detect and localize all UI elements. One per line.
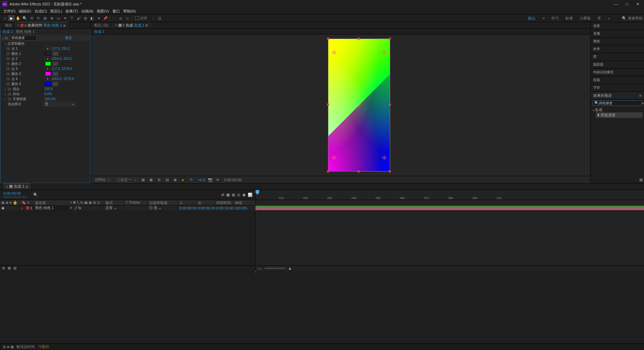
effect-item[interactable]: ▮ 四色渐变 <box>596 112 643 118</box>
zoom-slider[interactable] <box>265 268 285 269</box>
color-mgmt-icon[interactable]: ● <box>182 178 187 182</box>
eraser-tool-icon[interactable]: ◧ <box>89 15 95 21</box>
playhead[interactable] <box>256 190 260 200</box>
zoom-tool-icon[interactable]: 🔍 <box>21 15 28 21</box>
panel-menu-icon[interactable]: ≡ <box>639 93 641 98</box>
effect-point-1[interactable] <box>332 51 336 54</box>
stopwatch-icon[interactable]: ◷ <box>6 82 10 86</box>
menu-composition[interactable]: 合成(C) <box>33 9 48 14</box>
resize-handle[interactable] <box>327 104 329 106</box>
av-toggles[interactable]: ◉ <box>0 205 20 210</box>
resize-handle[interactable] <box>358 170 360 172</box>
brush-tool-icon[interactable]: 🖌 <box>75 15 82 21</box>
panel-menu-icon[interactable]: ≡ <box>63 24 65 28</box>
home-icon[interactable]: ⌂ <box>1 15 8 21</box>
channel-icon[interactable]: ◉ <box>174 178 179 182</box>
panel-effects-presets[interactable]: 效果和预设≡ <box>591 92 644 100</box>
layer-trkmat[interactable] <box>124 208 148 208</box>
motion-blur-icon[interactable]: ◉ <box>242 193 246 197</box>
panel-preview[interactable]: 预览 <box>591 38 644 45</box>
timeline-tab[interactable]: × 合成 1 ≡ <box>3 183 31 190</box>
zoom-out-icon[interactable]: — <box>258 266 261 270</box>
effect-name-field[interactable]: 四色渐变 <box>10 35 37 41</box>
layer-stretch[interactable]: 100.0% <box>233 206 252 210</box>
panel-library[interactable]: 库 <box>591 53 644 61</box>
effects-search[interactable]: 🔍 × <box>593 100 642 106</box>
resize-handle[interactable] <box>389 104 391 106</box>
rect-tool-icon[interactable]: ▭ <box>55 15 62 21</box>
effects-search-input[interactable] <box>599 101 642 105</box>
toggle-switches-icon[interactable]: ⊜ <box>2 266 5 270</box>
toggle-in-out-icon[interactable]: ⊟ <box>13 266 16 270</box>
panel-content-aware[interactable]: 内容识别填充 <box>591 69 644 76</box>
timeline-search[interactable]: 🔍 <box>33 193 38 197</box>
new-bin-icon[interactable]: ▥ <box>591 176 644 183</box>
stopwatch-icon[interactable]: ◷ <box>6 77 10 81</box>
layer-parent[interactable]: ◎ 无 ⌄ <box>148 205 178 211</box>
menu-file[interactable]: 文件(F) <box>2 9 17 14</box>
exposure-value[interactable]: +0.0 <box>198 178 205 182</box>
camera-tool-icon[interactable]: ⊞ <box>42 15 48 21</box>
current-time[interactable]: 0:00:00:00 <box>224 178 241 182</box>
workspace-learn[interactable]: 学习 <box>551 16 559 21</box>
layer-bar[interactable] <box>256 205 644 210</box>
fx-badge-icon[interactable]: fx <box>5 36 10 40</box>
puppet-tool-icon[interactable]: 📌 <box>102 15 109 21</box>
zoom-in-icon[interactable]: ▲ <box>288 266 292 270</box>
menu-animation[interactable]: 动画(A) <box>80 9 95 14</box>
reset-link[interactable]: 重置 <box>65 36 72 40</box>
tab-composition-viewer[interactable]: × 6 合成 合成 1 ≡ <box>112 22 151 28</box>
layer-mode[interactable]: 正常 ⌄ <box>104 205 124 211</box>
anchor-tool-icon[interactable]: ⊕ <box>48 15 55 21</box>
workspace-default[interactable]: 默认 <box>528 16 536 21</box>
close-icon[interactable]: × <box>115 23 117 27</box>
close-button[interactable]: ✕ <box>635 2 640 6</box>
stopwatch-icon[interactable]: ◷ <box>6 72 10 76</box>
composition-viewer[interactable] <box>91 35 590 176</box>
guides-icon[interactable]: ▤ <box>166 178 171 182</box>
zoom-dropdown[interactable]: (20%)⌄ <box>93 177 112 182</box>
stopwatch-icon[interactable]: ◷ <box>8 92 12 96</box>
roto-tool-icon[interactable]: ✦ <box>95 15 102 21</box>
mask-mode-icon[interactable]: ▢ <box>110 15 117 21</box>
snapshot-icon[interactable]: 📷 <box>208 178 213 182</box>
stopwatch-icon[interactable]: ◷ <box>6 67 10 71</box>
twirl-icon[interactable]: ⌄ <box>4 41 8 46</box>
eyedropper-icon[interactable]: ⟋ <box>52 82 58 86</box>
blendmode-dropdown[interactable]: 无⌄ <box>43 101 76 107</box>
draft3d-icon[interactable]: ▦ <box>226 193 230 197</box>
crosshair-icon[interactable]: ✛ <box>45 67 50 71</box>
maximize-button[interactable]: □ <box>625 2 629 6</box>
menu-help[interactable]: 帮助(H) <box>122 9 137 14</box>
eyedropper-icon[interactable]: ⟋ <box>52 51 58 56</box>
shy-icon[interactable]: ▤ <box>232 193 235 197</box>
stopwatch-icon[interactable]: ◷ <box>6 51 10 56</box>
anchor-point-icon[interactable] <box>357 103 361 107</box>
menu-edit[interactable]: 编辑(E) <box>17 9 33 14</box>
panel-menu-icon[interactable]: ≡ <box>145 23 147 27</box>
toggle-modes-icon[interactable]: ⊞ <box>8 266 11 270</box>
close-icon[interactable]: × <box>17 24 19 27</box>
snap-toggle[interactable]: 对齐 <box>135 16 147 21</box>
eyedropper-icon[interactable]: ⟋ <box>52 62 58 66</box>
resize-handle[interactable] <box>327 170 329 172</box>
layer-switches[interactable]: ♯ ╱ fx <box>69 205 104 210</box>
layer-row[interactable]: ◉ › 1 黑色 纯色 1 ♯ ╱ fx 正常 ⌄ ◎ 无 ⌄ 0:00:00:… <box>0 205 644 211</box>
resize-handle[interactable] <box>389 38 391 40</box>
layer-name[interactable]: 黑色 纯色 1 <box>34 205 69 211</box>
current-timecode[interactable]: 0:00:00:00 00000 (30.00 fps) <box>0 191 31 199</box>
comp-flowchart-link[interactable]: 合成 1 <box>91 29 590 35</box>
panel-align[interactable]: 对齐 <box>591 45 644 53</box>
show-snapshot-icon[interactable]: 👁 <box>216 178 221 182</box>
workspace-lib[interactable]: 库 <box>597 16 601 21</box>
color-swatch[interactable] <box>45 62 51 66</box>
reset-exposure-icon[interactable]: ⟳ <box>190 178 195 182</box>
lock-icon[interactable]: 6 <box>123 23 125 27</box>
eyedropper-icon[interactable]: ⟋ <box>52 72 58 76</box>
panel-audio[interactable]: 音频 <box>591 30 644 38</box>
workspace-menu-icon[interactable]: ≡ <box>542 16 544 20</box>
close-icon[interactable]: × <box>6 185 8 189</box>
menu-view[interactable]: 视图(V) <box>95 9 110 14</box>
panel-character[interactable]: 字符 <box>591 84 644 92</box>
snap-opt2-icon[interactable]: ⊡ <box>156 15 163 21</box>
